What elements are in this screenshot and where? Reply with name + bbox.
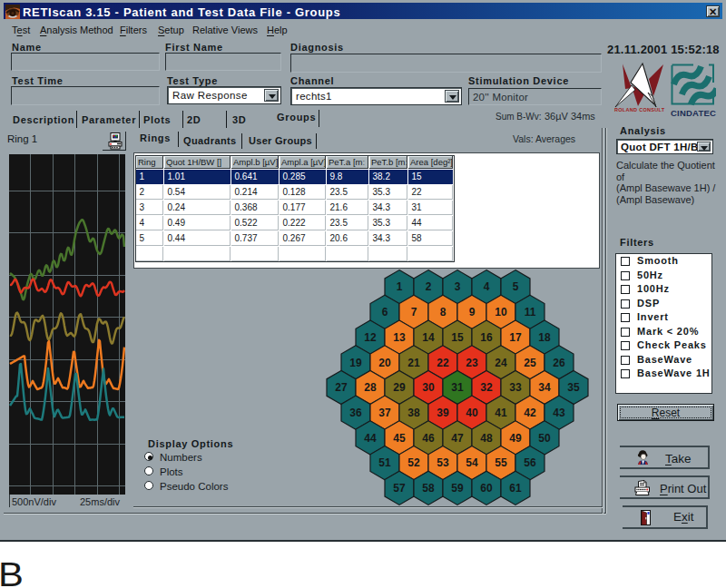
svg-text:15: 15 [451,331,464,344]
svg-text:49: 49 [509,432,522,445]
svg-text:52: 52 [407,456,420,469]
svg-text:35: 35 [567,381,580,394]
svg-text:25: 25 [524,357,536,369]
svg-text:30: 30 [422,381,435,394]
svg-text:40: 40 [466,407,478,419]
svg-text:61: 61 [509,482,522,495]
svg-text:21: 21 [407,357,420,369]
svg-text:60: 60 [480,482,493,495]
svg-text:37: 37 [378,407,391,419]
svg-text:43: 43 [553,407,565,419]
svg-text:53: 53 [437,456,449,469]
svg-text:28: 28 [364,381,377,394]
svg-text:11: 11 [525,306,536,318]
svg-text:44: 44 [364,432,377,445]
svg-text:33: 33 [509,381,522,394]
svg-text:4: 4 [484,280,490,293]
svg-text:34: 34 [538,381,551,394]
svg-text:56: 56 [524,456,536,469]
svg-text:36: 36 [349,407,362,419]
svg-text:16: 16 [480,331,493,344]
svg-text:17: 17 [509,331,522,344]
svg-text:48: 48 [480,432,493,445]
svg-text:20: 20 [378,357,391,369]
svg-text:5: 5 [513,280,519,293]
svg-text:51: 51 [378,456,391,469]
svg-text:12: 12 [364,331,377,344]
svg-text:50: 50 [538,432,551,445]
svg-text:14: 14 [422,331,435,344]
svg-text:27: 27 [335,381,348,394]
svg-text:23: 23 [466,357,478,369]
svg-text:9: 9 [469,306,476,318]
svg-text:42: 42 [524,407,536,419]
svg-text:1: 1 [397,280,403,293]
svg-text:55: 55 [495,456,507,469]
svg-text:32: 32 [480,381,493,394]
svg-text:8: 8 [440,306,446,318]
svg-text:41: 41 [495,407,507,419]
svg-text:13: 13 [393,331,406,344]
svg-text:31: 31 [451,381,464,394]
svg-text:57: 57 [393,482,406,495]
svg-text:3: 3 [455,280,461,293]
svg-text:45: 45 [393,432,406,445]
svg-text:59: 59 [451,482,464,495]
svg-text:24: 24 [495,357,507,369]
svg-text:39: 39 [437,407,449,419]
svg-text:47: 47 [451,432,464,445]
svg-text:26: 26 [553,357,565,369]
svg-text:46: 46 [422,432,435,445]
svg-text:7: 7 [411,306,417,318]
svg-text:58: 58 [422,482,435,495]
svg-text:54: 54 [466,456,478,469]
svg-text:18: 18 [538,331,551,344]
svg-text:22: 22 [437,357,449,369]
svg-text:29: 29 [393,381,406,394]
svg-text:38: 38 [407,407,420,419]
svg-text:2: 2 [426,280,432,293]
svg-text:6: 6 [382,306,388,318]
svg-text:19: 19 [349,357,362,369]
svg-text:10: 10 [495,306,507,318]
